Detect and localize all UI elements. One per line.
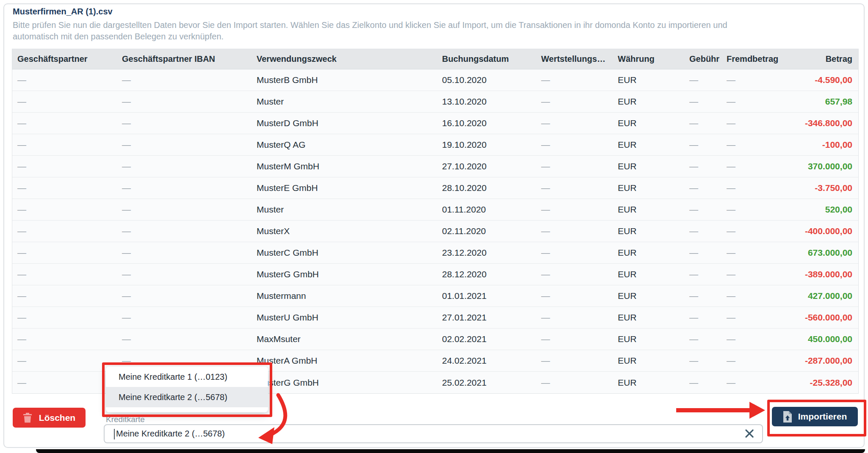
cell: — [721, 204, 785, 215]
cell: — [117, 183, 252, 193]
cell: EUR [613, 118, 684, 128]
cell: 25.02.2021 [437, 378, 536, 388]
trash-icon [23, 412, 32, 423]
table-row: ——MaxMsuter02.02.2021—EUR——450.000,00 [12, 329, 858, 350]
amount-cell: -560.000,00 [785, 312, 859, 323]
cell: 13.10.2020 [437, 97, 536, 107]
cell: 02.02.2021 [437, 334, 536, 344]
cell: — [12, 269, 117, 279]
cell: — [684, 204, 721, 215]
cell: 23.12.2020 [437, 248, 536, 258]
cell: — [536, 356, 613, 366]
delete-button-label: Löschen [39, 413, 75, 423]
cell: 16.10.2020 [437, 118, 536, 128]
table-row: ——MusterC GmbH23.12.2020—EUR——673.000,00 [12, 242, 858, 264]
amount-cell: -287.000,00 [785, 356, 859, 366]
column-header: Geschäftspartner IBAN [117, 54, 252, 64]
cell: 05.10.2020 [437, 75, 536, 85]
cell: — [12, 312, 117, 323]
cell: — [12, 356, 117, 366]
cell: — [12, 118, 117, 128]
amount-cell: 370.000,00 [785, 161, 859, 171]
cell: EUR [613, 97, 684, 107]
cell: EUR [613, 269, 684, 279]
column-header: Währung [613, 54, 684, 64]
import-button[interactable]: Importieren [772, 407, 858, 426]
cell: — [721, 161, 785, 171]
cell: — [721, 75, 785, 85]
cell: — [721, 291, 785, 301]
cell: — [117, 204, 252, 215]
cell: — [721, 312, 785, 323]
credit-card-field-label: Kreditkarte [106, 415, 145, 424]
amount-cell: -100,00 [785, 140, 859, 150]
credit-card-input[interactable] [105, 425, 762, 442]
column-header: Betrag [785, 54, 859, 64]
cell: — [684, 356, 721, 366]
window-bottom-edge [36, 449, 865, 453]
cell: EUR [613, 75, 684, 85]
amount-cell: -400.000,00 [785, 226, 859, 236]
cell: MusterU GmbH [252, 312, 437, 323]
cell: EUR [613, 204, 684, 215]
cell: — [12, 97, 117, 107]
cell: — [536, 226, 613, 236]
import-instructions: Bitte prüfen Sie nun die dargestellten D… [13, 19, 727, 42]
cell: — [536, 312, 613, 323]
table-row: ——Mustermann01.01.2021—EUR——427.000,00 [12, 285, 858, 307]
amount-cell: -389.000,00 [785, 269, 859, 279]
cell: MusterA GmbH [252, 356, 437, 366]
cell: — [12, 291, 117, 301]
cell: — [536, 269, 613, 279]
cell: 01.11.2020 [437, 204, 536, 215]
cell: — [117, 248, 252, 258]
table-row: ——MusterE GmbH28.10.2020—EUR——-3.750,00 [12, 177, 858, 199]
cell: — [536, 378, 613, 388]
amount-cell: 673.000,00 [785, 248, 859, 258]
table-body: ——MusterB GmbH05.10.2020—EUR——-4.590,00—… [12, 69, 858, 393]
cell: — [721, 226, 785, 236]
cell: — [12, 183, 117, 193]
cell: EUR [613, 378, 684, 388]
delete-button[interactable]: Löschen [13, 408, 86, 428]
cell: MaxMsuter [252, 334, 437, 344]
cell: — [536, 161, 613, 171]
amount-cell: -25.328,00 [785, 378, 859, 388]
cell: — [684, 161, 721, 171]
amount-cell: 657,98 [785, 97, 859, 107]
cell: — [684, 334, 721, 344]
cell: — [684, 378, 721, 388]
cell: 19.10.2020 [437, 140, 536, 150]
cell: — [536, 140, 613, 150]
file-title: Musterfirmen_AR (1).csv [13, 7, 113, 17]
cell: 27.01.2021 [437, 312, 536, 323]
cell: 02.11.2020 [437, 226, 536, 236]
cell: 27.10.2020 [437, 161, 536, 171]
amount-cell: -4.590,00 [785, 75, 859, 85]
amount-cell: -3.750,00 [785, 183, 859, 193]
cell: — [684, 183, 721, 193]
column-header: Gebühr [684, 54, 721, 64]
cell: — [117, 75, 252, 85]
transactions-table: GeschäftspartnerGeschäftspartner IBANVer… [12, 49, 859, 394]
dropdown-option-2[interactable]: Meine Kreditkarte 2 (…5678) [106, 387, 268, 407]
cell: — [536, 118, 613, 128]
credit-card-field [104, 424, 763, 443]
column-header: Wertstellungs… [536, 54, 613, 64]
cell: — [684, 75, 721, 85]
clear-field-icon[interactable] [744, 428, 755, 440]
dropdown-option-1[interactable]: Meine Kreditkarte 1 (…0123) [106, 367, 268, 387]
cell: — [12, 140, 117, 150]
cell: 01.01.2021 [437, 291, 536, 301]
cell: — [536, 204, 613, 215]
cell: EUR [613, 356, 684, 366]
import-preview-screen: Musterfirmen_AR (1).csv Bitte prüfen Sie… [0, 0, 868, 453]
credit-card-dropdown: Meine Kreditkarte 1 (…0123) Meine Kredit… [106, 367, 268, 412]
table-row: ——MusterM GmbH27.10.2020—EUR——370.000,00 [12, 156, 858, 177]
cell: — [117, 356, 252, 366]
column-header: Fremdbetrag [721, 54, 785, 64]
cell: — [721, 378, 785, 388]
cell: — [117, 118, 252, 128]
table-row: ——MusterG GmbH28.12.2020—EUR——-389.000,0… [12, 264, 858, 285]
cell: EUR [613, 226, 684, 236]
